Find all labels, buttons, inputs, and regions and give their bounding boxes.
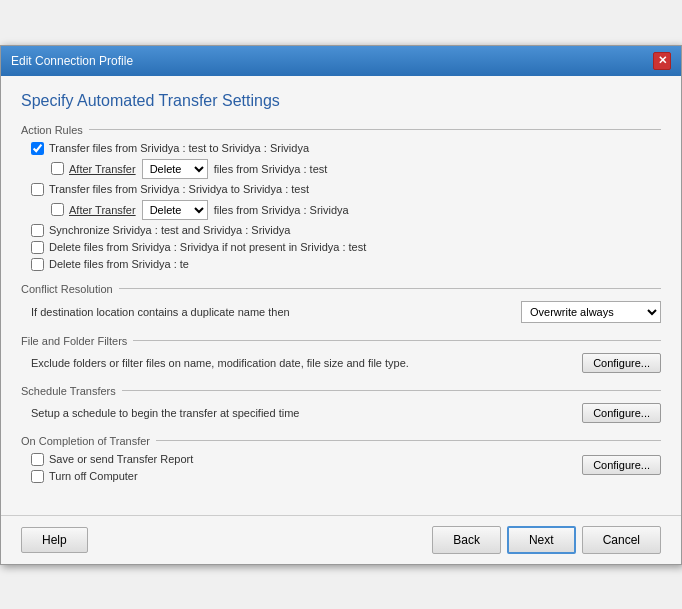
action-item-1-sub-checkbox[interactable] — [51, 162, 64, 175]
conflict-resolution-header: Conflict Resolution — [21, 283, 661, 295]
action-item-3-label: Synchronize Srividya : test and Srividya… — [49, 224, 291, 236]
conflict-resolution-divider — [119, 288, 661, 289]
action-rules-section: Action Rules Transfer files from Srividy… — [21, 124, 661, 271]
schedule-transfers-divider — [122, 390, 661, 391]
action-item-1-row: Transfer files from Srividya : test to S… — [31, 142, 661, 155]
footer: Help Back Next Cancel — [1, 515, 681, 564]
filter-row: Exclude folders or filter files on name,… — [31, 353, 661, 373]
action-item-2-suffix: files from Srividya : Srividya — [214, 204, 349, 216]
completion-item-1-row: Save or send Transfer Report — [31, 453, 193, 466]
action-item-2-sub-row: After Transfer Delete Move Nothing files… — [51, 200, 661, 220]
action-item-3-checkbox[interactable] — [31, 224, 44, 237]
conflict-select[interactable]: Overwrite always Skip Rename Ask — [521, 301, 661, 323]
action-item-1-after-label: After Transfer — [69, 163, 136, 175]
conflict-resolution-label: Conflict Resolution — [21, 283, 113, 295]
action-item-4-row: Delete files from Srividya : S rividya i… — [31, 241, 661, 254]
file-folder-filters-section: File and Folder Filters Exclude folders … — [21, 335, 661, 373]
schedule-row: Setup a schedule to begin the transfer a… — [31, 403, 661, 423]
completion-item-1-checkbox[interactable] — [31, 453, 44, 466]
action-item-1-suffix: files from Srividya : test — [214, 163, 328, 175]
completion-item-1-label: Save or send Transfer Report — [49, 453, 193, 465]
schedule-configure-button[interactable]: Configure... — [582, 403, 661, 423]
schedule-transfers-header: Schedule Transfers — [21, 385, 661, 397]
back-button[interactable]: Back — [432, 526, 501, 554]
action-item-5-label: Delete files from Srividya : te — [49, 258, 189, 270]
conflict-resolution-section: Conflict Resolution If destination locat… — [21, 283, 661, 323]
action-item-2-select[interactable]: Delete Move Nothing — [142, 200, 208, 220]
action-item-2-row: Transfer files from Srividya : Srividya … — [31, 183, 661, 196]
on-completion-header: On Completion of Transfer — [21, 435, 661, 447]
action-rules-divider — [89, 129, 661, 130]
content-area: Specify Automated Transfer Settings Acti… — [1, 76, 681, 515]
action-item-1-checkbox[interactable] — [31, 142, 44, 155]
action-item-1-select[interactable]: Delete Move Nothing — [142, 159, 208, 179]
schedule-transfers-label: Schedule Transfers — [21, 385, 116, 397]
filter-text: Exclude folders or filter files on name,… — [31, 357, 582, 369]
action-item-1-sub-row: After Transfer Delete Move Nothing files… — [51, 159, 661, 179]
window-title: Edit Connection Profile — [11, 54, 133, 68]
schedule-text: Setup a schedule to begin the transfer a… — [31, 407, 582, 419]
completion-configure-button[interactable]: Configure... — [582, 455, 661, 475]
completion-item-2-label: Turn off Computer — [49, 470, 138, 482]
action-item-3-row: Synchronize Srividya : test and Srividya… — [31, 224, 661, 237]
completion-checkboxes: Save or send Transfer Report Turn off Co… — [31, 453, 193, 487]
action-item-2-after-label: After Transfer — [69, 204, 136, 216]
completion-item-2-row: Turn off Computer — [31, 470, 193, 483]
filter-configure-button[interactable]: Configure... — [582, 353, 661, 373]
footer-right: Back Next Cancel — [432, 526, 661, 554]
conflict-row: If destination location contains a dupli… — [31, 301, 661, 323]
file-folder-filters-header: File and Folder Filters — [21, 335, 661, 347]
page-title: Specify Automated Transfer Settings — [21, 92, 661, 110]
title-bar: Edit Connection Profile ✕ — [1, 46, 681, 76]
close-button[interactable]: ✕ — [653, 52, 671, 70]
main-window: Edit Connection Profile ✕ Specify Automa… — [0, 45, 682, 565]
action-item-4-checkbox[interactable] — [31, 241, 44, 254]
cancel-button[interactable]: Cancel — [582, 526, 661, 554]
action-item-1-label: Transfer files from Srividya : test to S… — [49, 142, 309, 154]
completion-item-2-checkbox[interactable] — [31, 470, 44, 483]
action-item-5-checkbox[interactable] — [31, 258, 44, 271]
file-folder-filters-label: File and Folder Filters — [21, 335, 127, 347]
footer-left: Help — [21, 527, 88, 553]
action-rules-header: Action Rules — [21, 124, 661, 136]
conflict-text: If destination location contains a dupli… — [31, 306, 521, 318]
on-completion-section: On Completion of Transfer Save or send T… — [21, 435, 661, 487]
action-item-2-checkbox[interactable] — [31, 183, 44, 196]
action-item-5-row: Delete files from Srividya : te — [31, 258, 661, 271]
action-item-2-sub-checkbox[interactable] — [51, 203, 64, 216]
action-item-4-label: Delete files from Srividya : S — [49, 241, 187, 253]
action-item-4-suffix: rividya if not present in Srividya : tes… — [187, 241, 366, 253]
on-completion-label: On Completion of Transfer — [21, 435, 150, 447]
help-button[interactable]: Help — [21, 527, 88, 553]
on-completion-divider — [156, 440, 661, 441]
conflict-text2: duplicate name then — [191, 306, 290, 318]
action-rules-label: Action Rules — [21, 124, 83, 136]
next-button[interactable]: Next — [507, 526, 576, 554]
file-folder-filters-divider — [133, 340, 661, 341]
schedule-transfers-section: Schedule Transfers Setup a schedule to b… — [21, 385, 661, 423]
action-item-2-label: Transfer files from Srividya : Srividya … — [49, 183, 309, 195]
